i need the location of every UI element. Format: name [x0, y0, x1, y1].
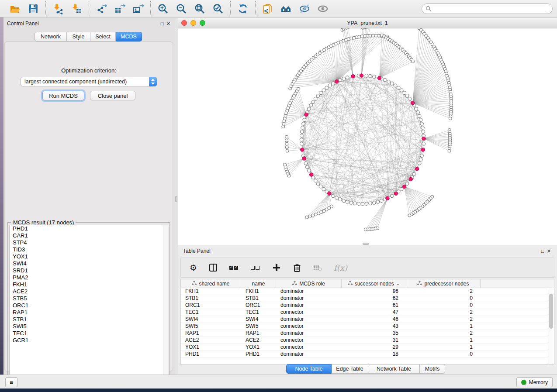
mcds-result-item[interactable]: TID3	[10, 246, 169, 253]
close-panel-button[interactable]: Close panel	[90, 91, 135, 100]
refresh-icon[interactable]	[237, 3, 249, 15]
mcds-result-item[interactable]: SRD1	[10, 267, 169, 274]
network-node[interactable]	[369, 74, 372, 78]
import-table-icon[interactable]	[70, 3, 83, 15]
network-node[interactable]	[319, 91, 322, 95]
table-row[interactable]: ORC1ORC1dominator610	[181, 302, 554, 309]
network-node[interactable]	[300, 130, 304, 134]
selected-mcds-node[interactable]	[411, 101, 414, 104]
tab-network-table[interactable]: Network Table	[368, 364, 420, 374]
selected-mcds-node[interactable]	[335, 80, 339, 83]
column-header-MCDS-role[interactable]: MCDS role	[276, 279, 342, 288]
selected-mcds-node[interactable]	[304, 113, 308, 116]
network-node[interactable]	[408, 97, 412, 100]
network-node[interactable]	[353, 202, 357, 205]
network-node[interactable]	[363, 34, 367, 38]
network-node[interactable]	[311, 100, 315, 104]
import-network-icon[interactable]	[52, 3, 64, 15]
memory-button[interactable]: Memory	[516, 377, 553, 387]
clone-network-icon[interactable]	[262, 3, 274, 15]
mcds-result-item[interactable]: STB1	[10, 316, 169, 323]
network-node[interactable]	[317, 212, 320, 215]
network-node[interactable]	[286, 149, 289, 152]
export-table-icon[interactable]	[114, 3, 126, 15]
mcds-result-item[interactable]: CAR1	[10, 232, 169, 239]
network-node[interactable]	[301, 126, 304, 130]
network-node[interactable]	[302, 122, 305, 126]
network-node[interactable]	[416, 111, 420, 114]
mcds-result-item[interactable]: TEC1	[10, 330, 169, 337]
network-node[interactable]	[449, 117, 452, 120]
select-all-rows-icon[interactable]	[229, 266, 239, 270]
mcds-result-item[interactable]: ORC1	[10, 302, 169, 309]
column-header-successor-nodes[interactable]: successor nodes⌄	[342, 279, 406, 288]
table-row[interactable]: STB1STB1dominator620	[181, 295, 554, 302]
run-mcds-button[interactable]: Run MCDS	[42, 91, 84, 100]
selected-mcds-node[interactable]	[422, 137, 426, 140]
network-node[interactable]	[342, 77, 346, 80]
network-node[interactable]	[397, 86, 400, 89]
network-node[interactable]	[314, 213, 317, 216]
zoom-in-icon[interactable]	[157, 3, 169, 15]
network-node[interactable]	[384, 79, 387, 82]
save-session-icon[interactable]	[27, 3, 39, 15]
deselect-all-rows-icon[interactable]	[251, 266, 260, 270]
column-layout-icon[interactable]	[209, 263, 218, 272]
network-node[interactable]	[304, 162, 308, 165]
network-node[interactable]	[285, 135, 288, 138]
tab-select[interactable]: Select	[90, 32, 116, 41]
tab-style[interactable]: Style	[67, 32, 90, 41]
network-node[interactable]	[377, 34, 380, 37]
network-node[interactable]	[420, 122, 424, 126]
network-node[interactable]	[400, 89, 403, 92]
network-node[interactable]	[342, 199, 346, 203]
mcds-result-item[interactable]: GCR1	[10, 337, 169, 344]
mcds-result-item[interactable]: SWI4	[10, 260, 169, 267]
open-file-icon[interactable]	[9, 3, 21, 15]
table-settings-icon[interactable]: ⚙	[190, 263, 197, 273]
network-node[interactable]	[358, 35, 361, 38]
network-node[interactable]	[328, 84, 332, 87]
network-node[interactable]	[405, 182, 409, 186]
mcds-result-list[interactable]: PHD1CAR1STP4TID3YOX1SWI4SRD1PMA2FKH1ACE2…	[9, 225, 169, 383]
network-node[interactable]	[282, 125, 285, 128]
network-node[interactable]	[391, 82, 394, 85]
export-network-icon[interactable]	[95, 3, 107, 15]
horizontal-splitter-grip[interactable]	[363, 243, 369, 245]
table-row[interactable]: TEC1TEC1connector472	[181, 309, 554, 316]
network-node[interactable]	[314, 97, 317, 100]
table-row[interactable]: PHD1PHD1dominator180	[181, 351, 554, 358]
network-canvas[interactable]	[178, 28, 557, 245]
optimization-criterion-select[interactable]: largest connected component (undirected)	[21, 77, 157, 86]
zoom-out-icon[interactable]	[175, 3, 187, 15]
network-node[interactable]	[309, 103, 313, 107]
network-node[interactable]	[332, 82, 335, 85]
float-panel-icon[interactable]: □	[159, 21, 165, 26]
network-node[interactable]	[306, 165, 309, 169]
network-node[interactable]	[394, 84, 397, 87]
network-node[interactable]	[448, 149, 451, 152]
add-column-icon[interactable]	[272, 263, 281, 272]
table-row[interactable]: RAP1RAP1dominator352	[181, 330, 554, 337]
network-node[interactable]	[305, 216, 308, 219]
network-node[interactable]	[376, 200, 380, 204]
network-node[interactable]	[297, 87, 300, 90]
mcds-result-item[interactable]: ACE2	[10, 288, 169, 295]
network-node[interactable]	[335, 196, 339, 199]
task-history-button[interactable]: ≡	[5, 377, 17, 387]
network-node[interactable]	[325, 86, 329, 89]
selected-mcds-node[interactable]	[409, 177, 412, 181]
selected-mcds-node[interactable]	[301, 148, 304, 151]
network-node[interactable]	[322, 187, 325, 191]
vertical-splitter[interactable]	[175, 18, 178, 389]
mcds-result-item[interactable]: STB5	[10, 295, 169, 302]
network-node[interactable]	[405, 94, 409, 98]
network-node[interactable]	[400, 187, 403, 191]
network-node[interactable]	[364, 228, 367, 231]
network-node[interactable]	[369, 34, 372, 37]
tab-node-table[interactable]: Node Table	[286, 364, 332, 374]
table-row[interactable]: YOX1YOX1connector291	[181, 344, 554, 351]
table-scrollbar[interactable]	[548, 289, 554, 364]
network-node[interactable]	[365, 74, 368, 77]
network-node[interactable]	[300, 142, 303, 145]
